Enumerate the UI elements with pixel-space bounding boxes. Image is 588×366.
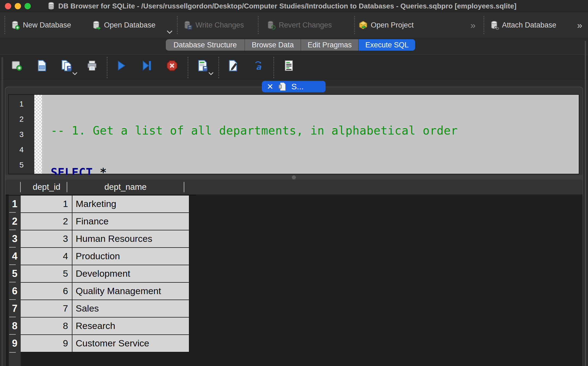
stop-button[interactable]	[165, 59, 179, 73]
cell-dept-name[interactable]: Finance	[72, 213, 189, 230]
cell-dept-name[interactable]: Development	[72, 265, 189, 283]
open-project-button[interactable]: Open Project	[358, 12, 414, 38]
write-changes-button: Write Changes	[183, 12, 244, 38]
cell-dept-id[interactable]: 5	[21, 265, 72, 283]
toolbar-separator	[218, 57, 219, 78]
line-number: 3	[9, 127, 34, 142]
splitter-grip-icon[interactable]	[292, 175, 296, 179]
close-window-button[interactable]	[5, 3, 11, 9]
cell-dept-id[interactable]: 9	[21, 335, 72, 352]
minimize-window-button[interactable]	[15, 3, 21, 9]
revert-changes-icon	[266, 20, 276, 30]
results-header-row: dept_id dept_name	[5, 180, 583, 194]
open-sql-file-button[interactable]	[35, 59, 49, 73]
execute-current-line-button[interactable]	[140, 59, 154, 73]
row-number: 2	[9, 213, 21, 230]
print-button[interactable]	[85, 59, 99, 73]
table-row[interactable]: 1 1 Marketing	[5, 196, 196, 213]
cell-dept-name[interactable]: Customer Service	[72, 335, 189, 352]
table-row[interactable]: 5 5 Development	[5, 265, 196, 283]
save-results-dropdown-chevron-icon[interactable]	[207, 72, 215, 76]
row-separator-tick	[9, 212, 16, 213]
zoom-window-button[interactable]	[24, 3, 31, 9]
sql-editor[interactable]: 1 2 3 4 5 -- 1. Get a list of all depart…	[8, 94, 579, 174]
column-header-dept-name[interactable]: dept_name	[67, 180, 184, 194]
sql-code-area[interactable]: -- 1. Get a list of all departments, in …	[42, 95, 579, 174]
cell-dept-id[interactable]: 7	[21, 300, 72, 318]
new-query-tab-button[interactable]	[10, 59, 24, 73]
sql-editor-tab[interactable]: ✕ S...	[262, 81, 326, 92]
row-separator-tick	[9, 299, 16, 300]
table-row[interactable]: 6 6 Quality Management	[5, 283, 196, 300]
row-number: 4	[9, 248, 21, 265]
edit-sql-button[interactable]	[226, 59, 240, 73]
open-database-dropdown-chevron-icon[interactable]	[166, 30, 174, 35]
window-left-edge	[1, 57, 3, 366]
row-separator-tick	[9, 247, 16, 248]
write-changes-icon	[183, 20, 193, 30]
line-number: 2	[9, 112, 34, 127]
tab-database-structure[interactable]: Database Structure	[166, 39, 245, 51]
attach-database-button[interactable]: Attach Database	[489, 12, 556, 38]
line-number: 4	[9, 142, 34, 157]
cell-dept-id[interactable]: 2	[21, 213, 72, 230]
revert-changes-label: Revert Changes	[279, 21, 332, 29]
open-sql-file-icon	[36, 59, 48, 72]
row-separator-tick	[9, 282, 16, 282]
row-number: 1	[9, 196, 21, 213]
table-row[interactable]: 8 8 Research	[5, 318, 196, 335]
auto-complete-button[interactable]: a	[251, 59, 265, 73]
open-project-icon	[358, 20, 368, 30]
cell-dept-name[interactable]: Research	[72, 318, 189, 335]
attach-database-icon	[489, 20, 499, 30]
query-log-icon	[283, 59, 295, 72]
save-sql-file-button[interactable]	[60, 59, 74, 73]
new-database-button[interactable]: New Database	[10, 12, 71, 38]
tab-execute-sql[interactable]: Execute SQL	[359, 39, 415, 51]
table-row[interactable]: 4 4 Production	[5, 248, 196, 265]
tab-edit-pragmas[interactable]: Edit Pragmas	[301, 39, 359, 51]
cell-dept-id[interactable]: 3	[21, 230, 72, 248]
cell-dept-id[interactable]: 8	[21, 318, 72, 335]
row-separator-tick	[9, 334, 16, 335]
editor-results-splitter[interactable]	[5, 175, 583, 180]
cell-dept-id[interactable]: 6	[21, 283, 72, 300]
table-row[interactable]: 2 2 Finance	[5, 213, 196, 230]
tab-browse-data[interactable]: Browse Data	[245, 39, 301, 51]
cell-dept-name[interactable]: Human Resources	[72, 230, 189, 248]
toolbar-overflow-icon[interactable]: »	[577, 12, 582, 38]
table-row[interactable]: 3 3 Human Resources	[5, 230, 196, 248]
execute-line-icon	[140, 59, 153, 72]
table-row[interactable]: 9 9 Customer Service	[5, 335, 196, 352]
row-number: 7	[9, 300, 21, 318]
open-database-button[interactable]: Open Database	[91, 12, 155, 38]
close-tab-icon[interactable]: ✕	[267, 83, 273, 91]
open-database-icon	[91, 20, 101, 30]
cell-dept-name[interactable]: Sales	[72, 300, 189, 318]
cell-dept-name[interactable]: Production	[72, 248, 189, 265]
toolbar-overflow-icon[interactable]: »	[470, 12, 475, 38]
cell-dept-name[interactable]: Marketing	[72, 196, 189, 213]
table-row[interactable]: 7 7 Sales	[5, 300, 196, 318]
row-number: 5	[9, 265, 21, 283]
execute-sql-button[interactable]	[114, 59, 128, 73]
row-number: 8	[9, 318, 21, 335]
toolbar-separator	[177, 16, 178, 34]
cell-dept-id[interactable]: 1	[21, 196, 72, 213]
cell-dept-name[interactable]: Quality Management	[72, 283, 189, 300]
save-sql-dropdown-chevron-icon[interactable]	[71, 72, 79, 76]
execute-play-icon	[115, 59, 127, 72]
new-database-icon	[10, 20, 20, 30]
stop-icon	[166, 59, 178, 72]
sql-document-icon	[278, 82, 287, 91]
results-rows: 1 1 Marketing 2 2 Finance 3 3 Human Reso…	[5, 195, 196, 352]
query-log-button[interactable]	[282, 59, 296, 73]
save-results-button[interactable]	[196, 59, 210, 73]
cell-dept-id[interactable]: 4	[21, 248, 72, 265]
view-tabs: Database Structure Browse Data Edit Prag…	[166, 39, 415, 51]
column-header-dept-id[interactable]: dept_id	[21, 180, 72, 194]
write-changes-label: Write Changes	[195, 21, 244, 29]
toolbar-separator	[107, 57, 108, 78]
code-line: -- 1. Get a list of all departments, in …	[51, 123, 579, 138]
edit-pen-icon	[227, 59, 239, 72]
